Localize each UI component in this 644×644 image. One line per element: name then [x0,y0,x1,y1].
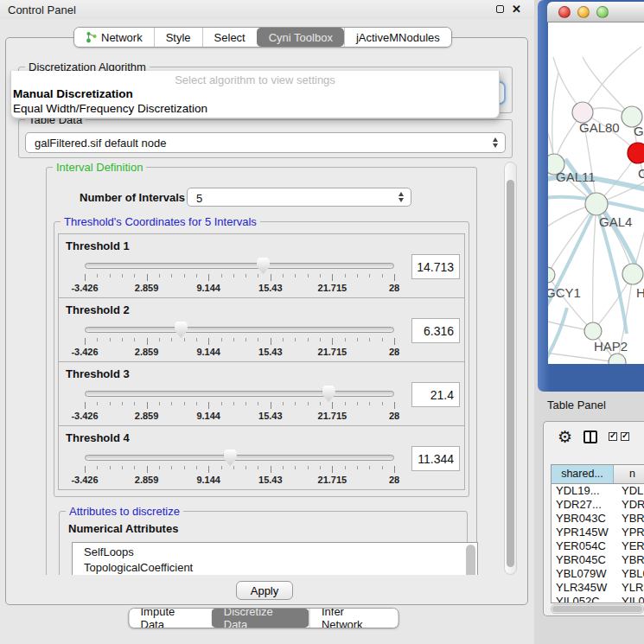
threshold-slider[interactable] [85,455,394,461]
column-header-n[interactable]: n [614,465,644,483]
network-canvas[interactable]: GAL80GACGAL11GAL4GCY1HHAP2 [548,22,644,364]
network-thick-edge[interactable] [548,308,567,361]
threshold-slider[interactable] [85,263,394,269]
scale-label: 21.715 [318,283,348,293]
scale-label: 9.144 [196,411,220,421]
dropdown-option-equal-width-frequency[interactable]: Equal Width/Frequency Discretization [13,102,207,115]
scrollbar-thumb[interactable] [552,606,642,612]
tab-impute-data[interactable]: Impute Data [130,609,212,628]
combobox-stepper-icon [493,137,498,148]
scale-label: 9.144 [196,347,220,357]
zoom-traffic-light-icon[interactable] [596,6,609,18]
slider-thumb-icon[interactable] [322,386,335,402]
table-cell: YBL079W [552,567,614,581]
minimize-traffic-light-icon[interactable] [577,6,590,18]
settings-vertical-scrollbar[interactable] [504,162,517,575]
table-row[interactable]: YER054CYER0 [552,539,644,553]
threshold-slider[interactable] [85,327,394,333]
table-row[interactable]: YIL052CYIL0 [552,595,644,603]
table-row[interactable]: YPR145WYPR1 [552,526,644,539]
table-row[interactable]: YBL079WYBL0 [552,567,644,581]
network-edge[interactable] [552,73,558,164]
tab-cyni-toolbox[interactable]: Cyni Toolbox [257,28,344,47]
table-cell: YBR0 [614,512,644,526]
control-panel-body: Discretization Algorithm Table Data galF… [5,37,528,605]
slider-thumb-icon[interactable] [257,258,270,274]
slider-thumb-icon[interactable] [175,322,188,338]
control-panel-window: Control Panel ✕ Discretization Algorithm… [0,0,534,644]
table-cell: YDL1 [614,484,644,498]
checkbox-icon[interactable] [621,432,629,441]
checkbox-icon[interactable] [609,432,617,441]
tab-network[interactable]: Network [74,28,154,47]
node-label-c: C [638,166,644,181]
network-edge[interactable] [593,204,596,331]
network-icon [86,31,97,43]
combobox-stepper-icon [399,192,404,202]
network-node-hap2[interactable] [584,322,602,340]
network-node-h[interactable] [622,264,643,284]
network-node-selected-red[interactable] [628,143,644,163]
network-edge[interactable] [548,353,617,362]
network-view-window: GAL80GACGAL11GAL4GCY1HHAP2 [538,0,644,392]
numerical-attributes-list[interactable]: SelfLoopsTopologicalCoefficientBetweenne… [72,542,478,575]
close-window-icon[interactable]: ✕ [512,3,521,16]
threshold-1-value-input[interactable]: 14.713 [411,254,460,279]
table-cell: YLR345W [552,581,614,595]
scale-label: -3.426 [71,411,98,421]
table-row[interactable]: YDR27...YDR2 [552,498,644,512]
tab-label: Cyni Toolbox [269,31,333,44]
scale-label: 2.859 [135,283,159,293]
network-edge[interactable] [548,204,596,275]
scale-label: 28 [389,347,399,357]
list-scrollbar[interactable] [466,545,475,575]
table-row[interactable]: YBR043CYBR0 [552,512,644,526]
tab-label: Select [214,31,245,44]
table-horizontal-scrollbar[interactable] [551,604,644,614]
split-columns-icon[interactable] [583,430,597,443]
scale-label: 15.43 [258,283,283,293]
number-of-intervals-combobox[interactable]: 5 [187,188,411,207]
slider-thumb-icon[interactable] [224,450,237,466]
attribute-item-selfloops[interactable]: SelfLoops [84,545,477,560]
number-of-intervals-row: Number of Intervals 5 [80,187,469,207]
threshold-4-value-input[interactable]: 11.344 [411,446,460,471]
tab-discretize-data[interactable]: Discretize Data [212,609,309,628]
table-row[interactable]: YBR045CYBR0 [552,553,644,567]
attribute-item-topologicalcoefficient[interactable]: TopologicalCoefficient [84,560,477,575]
tab-style[interactable]: Style [154,28,202,47]
thresholds-group-title: Threshold's Coordinates for 5 Intervals [61,215,260,228]
threshold-label: Threshold 1 [66,239,130,252]
tab-select[interactable]: Select [202,28,257,47]
column-header-shared-[interactable]: shared... [552,465,614,483]
tab-infer-network[interactable]: Infer Network [309,609,399,628]
table-panel-toolbar [544,425,629,448]
apply-button[interactable]: Apply [236,581,293,600]
scale-label: 15.43 [258,411,283,421]
table-row[interactable]: YLR345WYLR3 [552,581,644,595]
scale-label: 15.43 [258,347,283,357]
threshold-2-value-input[interactable]: 6.316 [411,318,460,343]
table-cell: YDR2 [614,498,644,512]
number-of-intervals-value: 5 [196,192,202,205]
dropdown-option-manual-discretization[interactable]: Manual Discretization [13,87,133,100]
float-window-icon[interactable] [496,5,504,13]
scrollbar-thumb[interactable] [507,180,514,567]
network-edge[interactable] [583,47,641,112]
threshold-slider[interactable] [85,391,394,397]
scale-label: -3.426 [71,283,98,293]
gear-icon[interactable] [558,429,572,445]
tab-label: Infer Network [322,608,387,628]
network-node-gal4[interactable] [585,193,608,215]
threshold-label: Threshold 4 [66,431,130,444]
network-node-gcy1[interactable] [548,267,555,283]
threshold-3-value-input[interactable]: 21.4 [411,382,460,407]
algorithm-dropdown-popup: Select algorithm to view settings Manual… [10,71,500,118]
close-traffic-light-icon[interactable] [558,6,571,18]
scale-label: 2.859 [135,411,159,421]
tab-jactivemnodules[interactable]: jActiveMNodules [344,28,451,47]
scale-label: 21.715 [318,347,348,357]
table-row[interactable]: YDL19...YDL1 [552,484,644,498]
table-cell: YDR27... [552,498,614,512]
table-data-combobox[interactable]: galFiltered.sif default node [25,132,506,153]
